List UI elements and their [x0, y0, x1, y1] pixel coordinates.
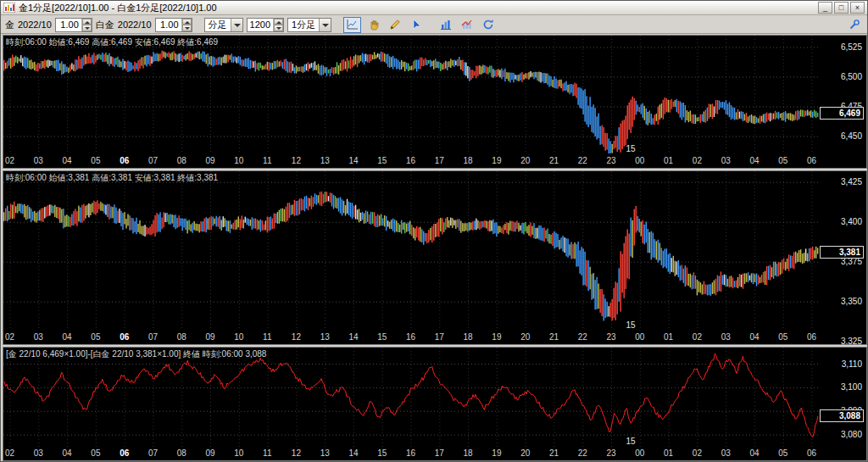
chart-settings-button[interactable]: [845, 17, 863, 33]
time-tick-label: 07: [148, 156, 158, 165]
price-tick-label: 3,350: [841, 297, 862, 306]
price-tick-label: 3,325: [841, 337, 862, 344]
time-tick-label: 03: [34, 332, 43, 342]
gold-label: 金: [5, 19, 14, 31]
time-tick-label: 12: [292, 332, 301, 342]
time-tick-label: 16: [406, 448, 415, 458]
bar-count-value: 1200: [248, 19, 273, 30]
time-tick-label: 17: [435, 156, 444, 165]
time-tick-label: 11: [263, 156, 271, 165]
bar-chart-icon: [439, 18, 453, 31]
title-bar[interactable]: 金1分足[2022/10]1.00 - 白金1分足[2022/10]1.00 _…: [1, 1, 867, 15]
time-tick-label: 06: [807, 448, 816, 458]
time-tick-label: 03: [34, 156, 43, 165]
time-tick-label: 18: [464, 332, 473, 342]
platinum-chart-plot[interactable]: 時刻:06:00 始値:3,381 高値:3,381 安値:3,381 終値:3…: [3, 171, 819, 331]
gold-chart-info: 時刻:06:00 始値:6,469 高値:6,469 安値:6,469 終値:6…: [6, 36, 218, 48]
time-tick-label: 03: [34, 448, 43, 458]
time-tick-label: 06: [120, 156, 129, 165]
platinum-time-axis: 0203040506070809101112131415161718192021…: [3, 331, 819, 344]
time-tick-label: 06: [120, 332, 129, 342]
time-tick-label: 02: [5, 448, 14, 458]
platinum-multiplier-value: 1.00: [156, 19, 181, 30]
price-tick-label: 3,425: [841, 177, 862, 186]
chevron-down-icon[interactable]: [231, 19, 242, 31]
app-icon: [3, 3, 15, 13]
minimize-button[interactable]: _: [818, 2, 832, 14]
bar-type-select[interactable]: 分足: [204, 18, 243, 32]
pointer-tool-button[interactable]: [407, 17, 425, 33]
time-tick-label: 06: [120, 448, 129, 458]
candle-chart-tool-button[interactable]: [458, 17, 476, 33]
time-tick-label: 18: [464, 156, 473, 165]
restore-button[interactable]: □: [834, 2, 849, 14]
time-tick-label: 15: [377, 448, 387, 458]
wrench-icon: [849, 19, 860, 31]
time-tick-label: 16: [406, 156, 415, 165]
chart-cursor-tool-button[interactable]: [343, 17, 361, 33]
close-button[interactable]: ×: [850, 2, 865, 14]
gold-multiplier-spinner[interactable]: [81, 19, 92, 31]
refresh-icon: [481, 18, 495, 31]
time-tick-label: 01: [664, 332, 673, 342]
time-tick-label: 09: [206, 448, 215, 458]
platinum-label: 白金: [96, 19, 114, 31]
gold-multiplier-value: 1.00: [56, 19, 81, 30]
time-tick-label: 19: [492, 332, 501, 342]
platinum-multiplier-spinner[interactable]: [181, 19, 192, 31]
time-tick-label: 01: [664, 156, 673, 165]
platinum-price-axis: 3,4253,4003,3753,3503,3253,381: [819, 171, 866, 344]
time-tick-label: 08: [177, 156, 186, 165]
bar-count-spinner[interactable]: [273, 19, 283, 31]
time-tick-label: 22: [578, 332, 587, 342]
interval-select[interactable]: 1分足: [287, 18, 331, 32]
time-tick-label: 05: [91, 332, 100, 342]
time-tick-label: 05: [778, 332, 787, 342]
time-tick-label: 10: [234, 448, 243, 458]
time-tick-label: 17: [435, 448, 444, 458]
time-tick-label: 05: [778, 448, 787, 458]
price-tick-label: 3,110: [842, 359, 862, 369]
time-tick-label: 13: [320, 332, 330, 342]
chevron-down-icon[interactable]: [319, 19, 331, 31]
time-tick-label: 02: [5, 332, 14, 342]
time-tick-label: 12: [292, 448, 301, 458]
current-price-box: 3,088: [820, 409, 864, 422]
time-tick-label: 20: [520, 448, 530, 458]
pencil-tool-button[interactable]: [386, 17, 403, 33]
time-tick-label: 12: [292, 156, 301, 165]
price-tick-label: 6,450: [841, 131, 862, 141]
day-marker-label: 15: [626, 437, 636, 446]
window-title: 金1分足[2022/10]1.00 - 白金1分足[2022/10]1.00: [19, 2, 816, 14]
bar-chart-tool-button[interactable]: [437, 17, 454, 33]
time-tick-label: 09: [206, 156, 215, 165]
price-tick-label: 6,525: [841, 42, 862, 52]
time-tick-label: 14: [348, 448, 358, 458]
refresh-tool-button[interactable]: [479, 17, 497, 33]
time-tick-label: 21: [549, 156, 559, 165]
pan-hand-tool-button[interactable]: [364, 17, 382, 33]
bar-type-value: 分足: [205, 19, 231, 31]
time-tick-label: 08: [177, 332, 186, 342]
hand-icon: [367, 18, 381, 31]
price-tick-label: 3,400: [841, 217, 862, 226]
chart-window: 金1分足[2022/10]1.00 - 白金1分足[2022/10]1.00 _…: [0, 0, 868, 462]
gold-price-axis: 6,5256,5006,4756,4506,469: [819, 36, 866, 168]
time-tick-label: 13: [320, 156, 330, 165]
bar-count-input[interactable]: 1200: [247, 18, 284, 32]
platinum-multiplier-input[interactable]: 1.00: [155, 18, 192, 32]
time-tick-label: 04: [749, 156, 759, 165]
gold-chart-plot[interactable]: 時刻:06:00 始値:6,469 高値:6,469 安値:6,469 終値:6…: [3, 36, 819, 154]
time-tick-label: 10: [234, 156, 243, 165]
price-tick-label: 3,080: [841, 430, 862, 439]
time-tick-label: 07: [148, 448, 158, 458]
spread-chart-plot[interactable]: [金 22/10 6,469×1.00]-[白金 22/10 3,381×1.0…: [3, 348, 819, 447]
gold-multiplier-input[interactable]: 1.00: [55, 18, 92, 32]
time-tick-label: 03: [721, 156, 731, 165]
time-tick-label: 11: [263, 448, 271, 458]
time-tick-label: 05: [91, 156, 100, 165]
time-tick-label: 11: [263, 332, 271, 342]
time-tick-label: 06: [807, 156, 816, 165]
spread-time-axis: 0203040506070809101112131415161718192021…: [3, 447, 819, 460]
time-tick-label: 06: [807, 332, 816, 342]
